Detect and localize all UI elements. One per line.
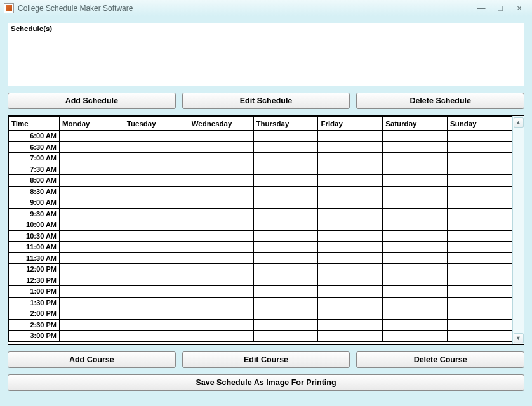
schedule-cell[interactable] xyxy=(124,319,189,331)
schedule-cell[interactable] xyxy=(253,153,318,164)
schedule-cell[interactable] xyxy=(60,164,124,175)
table-row[interactable]: 1:00 PM xyxy=(9,286,512,298)
table-row[interactable]: 12:00 PM xyxy=(9,264,512,275)
schedule-cell[interactable] xyxy=(383,331,448,342)
time-cell[interactable]: 11:00 AM xyxy=(9,242,60,253)
schedule-cell[interactable] xyxy=(253,164,318,175)
close-button[interactable]: × xyxy=(510,3,528,14)
header-sunday[interactable]: Sunday xyxy=(448,117,512,131)
schedule-cell[interactable] xyxy=(60,264,124,275)
schedule-cell[interactable] xyxy=(124,297,189,308)
table-row[interactable]: 8:30 AM xyxy=(9,186,512,197)
header-time[interactable]: Time xyxy=(9,117,60,131)
schedule-cell[interactable] xyxy=(383,230,448,242)
schedule-cell[interactable] xyxy=(60,153,124,164)
table-row[interactable]: 10:00 AM xyxy=(9,219,512,231)
schedule-cell[interactable] xyxy=(318,141,383,153)
schedule-cell[interactable] xyxy=(189,219,253,231)
time-cell[interactable]: 10:00 AM xyxy=(9,219,60,231)
schedule-cell[interactable] xyxy=(189,297,253,308)
schedule-cell[interactable] xyxy=(124,242,189,253)
schedule-cell[interactable] xyxy=(124,186,189,197)
schedule-cell[interactable] xyxy=(124,264,189,275)
schedule-cell[interactable] xyxy=(189,153,253,164)
schedule-cell[interactable] xyxy=(448,197,512,209)
add-course-button[interactable]: Add Course xyxy=(8,351,176,368)
schedule-cell[interactable] xyxy=(448,242,512,253)
table-row[interactable]: 3:00 PM xyxy=(9,331,512,342)
schedule-cell[interactable] xyxy=(60,131,124,142)
schedule-cell[interactable] xyxy=(253,242,318,253)
schedule-cell[interactable] xyxy=(253,186,318,197)
table-row[interactable]: 9:00 AM xyxy=(9,197,512,209)
schedule-cell[interactable] xyxy=(448,331,512,342)
schedule-cell[interactable] xyxy=(253,197,318,209)
edit-schedule-button[interactable]: Edit Schedule xyxy=(182,93,350,109)
schedule-cell[interactable] xyxy=(318,153,383,164)
schedule-cell[interactable] xyxy=(448,219,512,231)
schedule-cell[interactable] xyxy=(383,208,448,219)
schedule-cell[interactable] xyxy=(448,230,512,242)
schedule-cell[interactable] xyxy=(189,186,253,197)
schedule-cell[interactable] xyxy=(448,186,512,197)
time-cell[interactable]: 9:00 AM xyxy=(9,197,60,209)
schedule-cell[interactable] xyxy=(383,264,448,275)
schedule-cell[interactable] xyxy=(448,175,512,187)
schedule-cell[interactable] xyxy=(448,319,512,331)
schedule-cell[interactable] xyxy=(383,141,448,153)
table-row[interactable]: 9:30 AM xyxy=(9,208,512,219)
schedule-table[interactable]: Time Monday Tuesday Wednesday Thursday F… xyxy=(8,116,512,342)
table-row[interactable]: 10:30 AM xyxy=(9,230,512,242)
schedule-cell[interactable] xyxy=(189,286,253,298)
schedule-cell[interactable] xyxy=(189,175,253,187)
schedule-cell[interactable] xyxy=(189,331,253,342)
schedule-cell[interactable] xyxy=(253,141,318,153)
time-cell[interactable]: 12:30 PM xyxy=(9,275,60,286)
schedule-cell[interactable] xyxy=(318,131,383,142)
schedule-cell[interactable] xyxy=(253,131,318,142)
schedule-cell[interactable] xyxy=(60,230,124,242)
schedule-cell[interactable] xyxy=(124,252,189,264)
schedule-cell[interactable] xyxy=(253,264,318,275)
schedule-cell[interactable] xyxy=(448,275,512,286)
table-row[interactable]: 6:30 AM xyxy=(9,141,512,153)
schedule-cell[interactable] xyxy=(60,208,124,219)
schedule-cell[interactable] xyxy=(383,153,448,164)
schedule-cell[interactable] xyxy=(189,275,253,286)
table-row[interactable]: 7:30 AM xyxy=(9,164,512,175)
schedule-cell[interactable] xyxy=(383,131,448,142)
time-cell[interactable]: 7:30 AM xyxy=(9,164,60,175)
time-cell[interactable]: 9:30 AM xyxy=(9,208,60,219)
schedule-cell[interactable] xyxy=(318,252,383,264)
header-saturday[interactable]: Saturday xyxy=(383,117,448,131)
schedule-cell[interactable] xyxy=(448,264,512,275)
schedule-cell[interactable] xyxy=(253,331,318,342)
schedule-cell[interactable] xyxy=(124,153,189,164)
table-row[interactable]: 6:00 AM xyxy=(9,131,512,142)
schedule-cell[interactable] xyxy=(383,308,448,320)
schedule-cell[interactable] xyxy=(448,141,512,153)
time-cell[interactable]: 12:00 PM xyxy=(9,264,60,275)
schedule-cell[interactable] xyxy=(318,331,383,342)
schedule-cell[interactable] xyxy=(318,230,383,242)
schedule-cell[interactable] xyxy=(253,297,318,308)
schedule-cell[interactable] xyxy=(124,308,189,320)
schedule-cell[interactable] xyxy=(318,242,383,253)
schedule-cell[interactable] xyxy=(448,252,512,264)
schedule-cell[interactable] xyxy=(60,175,124,187)
schedule-cell[interactable] xyxy=(318,286,383,298)
schedule-cell[interactable] xyxy=(60,252,124,264)
schedule-cell[interactable] xyxy=(189,230,253,242)
time-cell[interactable]: 6:30 AM xyxy=(9,141,60,153)
schedule-cell[interactable] xyxy=(124,175,189,187)
schedule-cell[interactable] xyxy=(383,197,448,209)
schedule-cell[interactable] xyxy=(253,286,318,298)
schedule-cell[interactable] xyxy=(383,186,448,197)
schedule-cell[interactable] xyxy=(189,131,253,142)
time-cell[interactable]: 3:00 PM xyxy=(9,331,60,342)
schedule-cell[interactable] xyxy=(253,175,318,187)
schedule-cell[interactable] xyxy=(318,319,383,331)
schedule-cell[interactable] xyxy=(448,208,512,219)
delete-course-button[interactable]: Delete Course xyxy=(356,351,524,368)
schedule-cell[interactable] xyxy=(124,197,189,209)
